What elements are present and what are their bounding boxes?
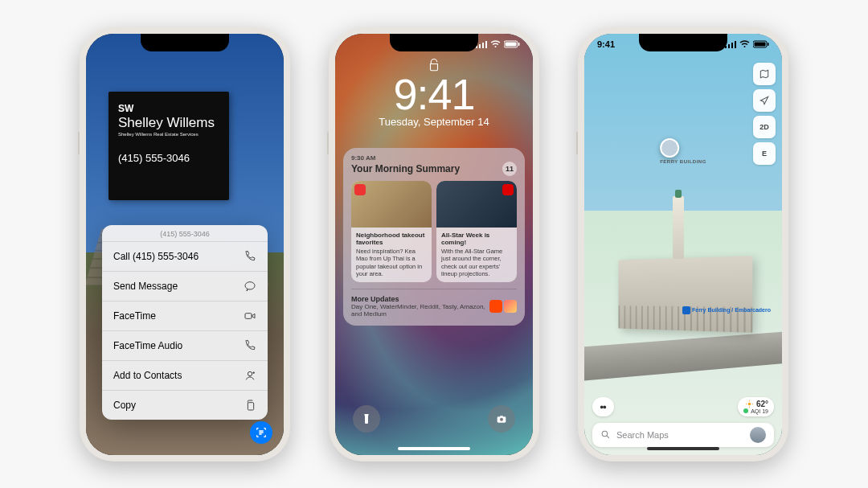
notch (141, 34, 229, 51)
notification-summary[interactable]: 9:30 AM Your Morning Summary 11 Neighbor… (343, 148, 525, 326)
menu-item-label: Send Message (113, 281, 178, 292)
station-name: Ferry Building / Embarcadero (692, 307, 771, 313)
ferry-building-tower (673, 196, 684, 259)
more-updates-app-icons (489, 300, 517, 313)
profile-avatar[interactable] (750, 427, 766, 443)
camera-button[interactable] (488, 405, 515, 433)
summary-title: Your Morning Summary (351, 163, 460, 174)
map-mode-button[interactable] (753, 63, 776, 85)
flashlight-icon (360, 412, 373, 425)
yelp-app-icon (354, 184, 366, 195)
app-icon (504, 300, 517, 313)
search-icon (600, 429, 611, 440)
view-2d-label: 2D (760, 123, 769, 131)
summary-card-image (351, 181, 432, 228)
pin-icon (660, 138, 679, 158)
map-icon (759, 68, 770, 80)
view-2d-button[interactable]: 2D (753, 116, 776, 138)
notch (639, 34, 727, 51)
summary-more-updates[interactable]: More Updates Day One, WaterMinder, Reddi… (351, 289, 517, 318)
screen: SW Shelley Willems Shelley Willems Real … (86, 34, 284, 455)
summary-card[interactable]: All-Star Week is coming! With the All-St… (436, 181, 517, 283)
svg-point-25 (748, 402, 751, 405)
svg-point-2 (248, 371, 252, 375)
svg-rect-11 (518, 43, 520, 46)
aqi-value: AQI 19 (751, 408, 768, 414)
menu-item-call[interactable]: Call (415) 555-3046 (102, 242, 268, 272)
summary-card-text: With the All-Star Game just around the c… (441, 248, 512, 278)
menu-item-add-contact[interactable]: Add to Contacts (102, 361, 268, 391)
svg-rect-5 (479, 44, 481, 48)
live-text-icon (255, 426, 268, 439)
sign-initials: SW (118, 103, 219, 114)
transit-badge-icon (682, 306, 690, 314)
svg-point-8 (495, 46, 497, 47)
more-updates-text: Day One, WaterMinder, Reddit, Tasty, Ama… (351, 303, 489, 318)
aqi-indicator-icon (743, 408, 748, 413)
phone-icon (244, 250, 256, 263)
svg-point-30 (602, 431, 608, 437)
flashlight-button[interactable] (353, 405, 380, 433)
summary-card-image (436, 181, 517, 228)
menu-item-label: Add to Contacts (113, 370, 182, 381)
svg-rect-15 (728, 44, 730, 48)
map-bottom-panel: 62° AQI 19 Search Maps (584, 391, 782, 455)
svg-rect-24 (603, 407, 604, 408)
svg-rect-21 (768, 43, 769, 46)
binoculars-icon (599, 402, 608, 411)
weather-chip[interactable]: 62° AQI 19 (738, 397, 774, 416)
map-pin-ferry-building[interactable]: FERRY BUILDING (660, 138, 706, 164)
menu-item-label: Call (415) 555-3046 (113, 251, 199, 262)
status-time: 9:41 (597, 37, 615, 51)
phone-maps: 9:41 FERRY BUILDING Ferry Building / Emb… (578, 27, 788, 461)
summary-count: 11 (502, 162, 517, 176)
svg-rect-17 (735, 41, 736, 48)
menu-item-label: FaceTime Audio (113, 340, 182, 351)
summary-timestamp: 9:30 AM (351, 154, 517, 162)
menu-item-facetime[interactable]: FaceTime (102, 301, 268, 331)
camera-icon (495, 412, 508, 425)
sign-subtitle: Shelley Willems Real Estate Services (118, 132, 219, 137)
wifi-icon (739, 40, 750, 48)
menu-item-copy[interactable]: Copy (102, 391, 268, 420)
svg-point-22 (600, 406, 604, 409)
search-placeholder: Search Maps (616, 430, 744, 440)
map-controls: 2D E (753, 63, 776, 165)
home-indicator[interactable] (398, 447, 470, 450)
add-contact-icon (244, 369, 256, 382)
video-icon (244, 310, 256, 322)
compass-button[interactable]: E (753, 142, 776, 165)
svg-point-13 (500, 417, 503, 420)
compass-label: E (762, 150, 767, 158)
menu-item-facetime-audio[interactable]: FaceTime Audio (102, 331, 268, 361)
screen: 9:41 FERRY BUILDING Ferry Building / Emb… (584, 34, 782, 455)
summary-card[interactable]: Neighborhood takeout favorites Need insp… (351, 181, 432, 283)
svg-point-23 (604, 406, 607, 409)
sign-phone: (415) 555-3046 (118, 152, 219, 164)
summary-card-text: Need inspiration? Kea Mao from Up Thai i… (356, 248, 427, 278)
look-around-button[interactable] (592, 397, 614, 416)
screen: 9:41 Tuesday, September 14 9:30 AM Your … (335, 34, 533, 455)
svg-rect-1 (245, 313, 252, 318)
svg-rect-7 (485, 41, 487, 48)
lock-clock: 9:41 Tuesday, September 14 (335, 69, 533, 128)
live-text-button[interactable] (250, 421, 272, 444)
phone-live-text: SW Shelley Willems Shelley Willems Real … (80, 27, 290, 461)
menu-item-label: FaceTime (113, 310, 156, 322)
location-button[interactable] (753, 89, 776, 112)
clock-date: Tuesday, September 14 (335, 116, 533, 128)
svg-line-31 (607, 436, 609, 438)
context-menu-header: (415) 555-3046 (102, 225, 268, 242)
svg-point-0 (245, 281, 255, 289)
phone-icon (244, 339, 256, 352)
transit-station-label[interactable]: Ferry Building / Embarcadero (682, 306, 771, 314)
sign-name: Shelley Willems (118, 116, 219, 131)
notch (390, 34, 478, 51)
svg-point-18 (744, 46, 746, 47)
svg-rect-3 (248, 402, 253, 409)
menu-item-message[interactable]: Send Message (102, 272, 268, 301)
search-bar[interactable]: Search Maps (592, 423, 774, 447)
copy-icon (244, 399, 256, 412)
ferry-building-3d (618, 256, 752, 333)
svg-rect-20 (755, 42, 766, 46)
